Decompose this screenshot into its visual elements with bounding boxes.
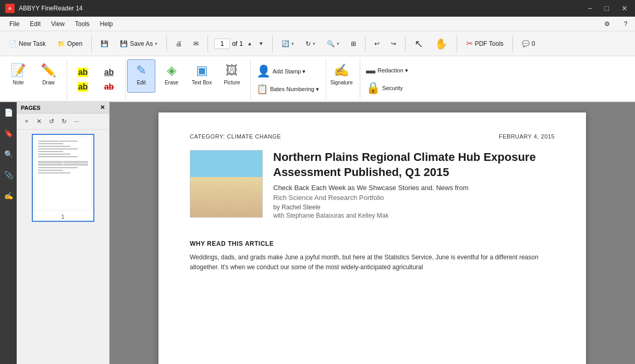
ribbon: 📝 Note ✏️ Draw ab ab ab ab <box>0 56 635 102</box>
hand-button[interactable]: ✋ <box>430 35 453 53</box>
draw-icon: ✏️ <box>40 62 57 79</box>
undo-button[interactable]: ↩ <box>370 37 384 50</box>
menu-file[interactable]: File <box>4 18 25 30</box>
save-as-icon: 💾 <box>120 40 128 47</box>
add-stamp-button[interactable]: 👤 Add Stamp ▾ <box>252 62 324 80</box>
signature-label: Signature <box>331 80 353 85</box>
cursor-icon: ↖ <box>414 37 423 50</box>
minimize-button[interactable]: − <box>585 4 594 12</box>
separator-2 <box>166 35 167 52</box>
settings-icon[interactable]: ⚙ <box>602 19 612 29</box>
pages-more-button[interactable]: ··· <box>71 116 82 127</box>
close-button[interactable]: ✕ <box>619 4 630 12</box>
page-up-arrow[interactable]: ▲ <box>245 40 254 47</box>
pages-content: 1 <box>17 130 109 364</box>
help-icon[interactable]: ? <box>620 19 631 29</box>
edit-icon: ✎ <box>133 62 150 79</box>
highlight-button[interactable]: ab <box>70 66 95 79</box>
textbox-button[interactable]: ▣ Text Box <box>188 59 216 93</box>
signature-button[interactable]: ✍ Signature <box>327 59 356 93</box>
new-task-icon: 📄 <box>9 40 17 47</box>
doc-article-image <box>190 150 263 218</box>
highlight-strikethrough-button[interactable]: ab <box>70 81 95 93</box>
fit-button[interactable]: ⊞ <box>346 37 361 50</box>
signature-icon: ✍ <box>333 62 350 79</box>
redo-button[interactable]: ↪ <box>386 37 401 50</box>
menu-view[interactable]: View <box>46 18 70 30</box>
cursor-button[interactable]: ↖ <box>410 35 428 53</box>
doc-section-title: WHY READ THIS ARTICLE <box>190 240 555 247</box>
draw-button[interactable]: ✏️ Draw <box>34 59 63 93</box>
page-total: 1 <box>239 40 243 47</box>
mini-cell-4 <box>63 164 88 166</box>
menu-edit[interactable]: Edit <box>25 18 46 30</box>
note-button[interactable]: 📝 Note <box>4 59 32 93</box>
document-area[interactable]: CATEGORY: CLIMATE CHANGE FEBRUARY 4, 201… <box>109 102 635 364</box>
separator-4 <box>272 35 273 52</box>
picture-button[interactable]: 🖼 Picture <box>218 59 246 93</box>
doc-article-flex: Northern Plains Regional Climate Hub Exp… <box>190 150 555 230</box>
titlebar-controls[interactable]: − □ ✕ <box>585 4 630 12</box>
menu-tools[interactable]: Tools <box>70 18 95 30</box>
pages-delete-button[interactable]: ✕ <box>33 116 45 127</box>
save-button[interactable]: 💾 <box>96 37 113 50</box>
highlight-icon: ab <box>78 68 89 77</box>
page-number-input[interactable] <box>214 39 230 49</box>
pages-rotate-ccw-button[interactable]: ↺ <box>46 116 57 127</box>
menu-help[interactable]: Help <box>95 18 118 30</box>
doc-co-authors: with Stephanie Balaouras and Kelley Mak <box>273 212 555 219</box>
mini-line-9 <box>38 170 63 171</box>
menubar-right: ⚙ ? <box>602 19 631 29</box>
picture-icon: 🖼 <box>224 62 240 79</box>
page-down-arrow[interactable]: ▼ <box>257 40 266 47</box>
new-task-button[interactable]: 📄 New Task <box>4 37 51 50</box>
zoom-button[interactable]: 🔍▾ <box>322 37 344 50</box>
doc-date: FEBRUARY 4, 2015 <box>499 133 555 140</box>
recognize-icon: ↻ <box>306 40 311 47</box>
edit-button[interactable]: ✎ Edit <box>127 59 155 93</box>
doc-body-text: Weddings, dads, and grads make June a jo… <box>190 253 555 272</box>
ribbon-group-text-format: ab ab ab ab <box>68 59 126 100</box>
bates-numbering-button[interactable]: 📋 Bates Numbering ▾ <box>252 81 324 97</box>
bates-label: Bates Numbering ▾ <box>270 86 319 93</box>
pages-toolbar: + ✕ ↺ ↻ ··· <box>17 114 109 130</box>
messages-button[interactable]: 💬 0 <box>517 37 540 50</box>
maximize-button[interactable]: □ <box>603 4 611 12</box>
sidebar-search-icon[interactable]: 🔍 <box>2 148 15 160</box>
ab-row-2: ab ab <box>70 81 121 93</box>
security-label: Security <box>382 85 403 91</box>
page-navigation: of 1 ▲ ▼ <box>212 39 268 49</box>
pages-close-button[interactable]: ✕ <box>100 104 105 111</box>
hand-icon: ✋ <box>435 37 448 50</box>
pdf-tools-button[interactable]: ✂ PDF Tools <box>461 36 508 51</box>
pages-panel-header: PAGES ✕ <box>17 102 109 114</box>
page-thumb-img-1 <box>34 137 92 211</box>
redaction-button[interactable]: ▬ Redaction ▾ <box>361 63 413 78</box>
sidebar-signatures-icon[interactable]: ✍ <box>2 190 15 202</box>
ribbon-group-markup: 📝 Note ✏️ Draw <box>4 59 67 100</box>
titlebar-left: A ABBYY FineReader 14 <box>5 4 83 13</box>
page-thumbnail-1[interactable]: 1 <box>32 134 94 222</box>
sidebar-attachments-icon[interactable]: 📎 <box>2 169 15 181</box>
open-button[interactable]: 📁 Open <box>53 37 87 50</box>
email-button[interactable]: ✉ <box>189 37 203 50</box>
redaction-label: Redaction ▾ <box>377 67 408 74</box>
doc-subtitle: Check Back Each Week as We Shwcase Stori… <box>273 184 555 192</box>
rotate-button[interactable]: 🔄▾ <box>277 37 299 50</box>
print-button[interactable]: 🖨 <box>171 37 187 50</box>
sidebar-bookmarks-icon[interactable]: 🔖 <box>2 127 15 140</box>
mini-table <box>38 161 88 166</box>
recognize-button[interactable]: ↻▾ <box>301 37 320 50</box>
security-button[interactable]: 🔒 Security <box>361 79 413 97</box>
main-area: 📄 🔖 🔍 📎 ✍ PAGES ✕ + ✕ ↺ ↻ ··· <box>0 102 635 364</box>
save-as-button[interactable]: 💾 Save As ▾ <box>115 37 162 50</box>
erase-button[interactable]: ◈ Erase <box>157 59 186 93</box>
open-label: Open <box>67 40 82 47</box>
underline-icon: ab <box>104 68 114 77</box>
mini-line-3 <box>38 146 70 147</box>
pages-rotate-cw-button[interactable]: ↻ <box>58 116 70 127</box>
pages-add-button[interactable]: + <box>21 116 32 127</box>
strikethrough-button[interactable]: ab <box>96 81 121 93</box>
sidebar-pages-icon[interactable]: 📄 <box>2 106 15 119</box>
underline-button[interactable]: ab <box>96 66 121 79</box>
